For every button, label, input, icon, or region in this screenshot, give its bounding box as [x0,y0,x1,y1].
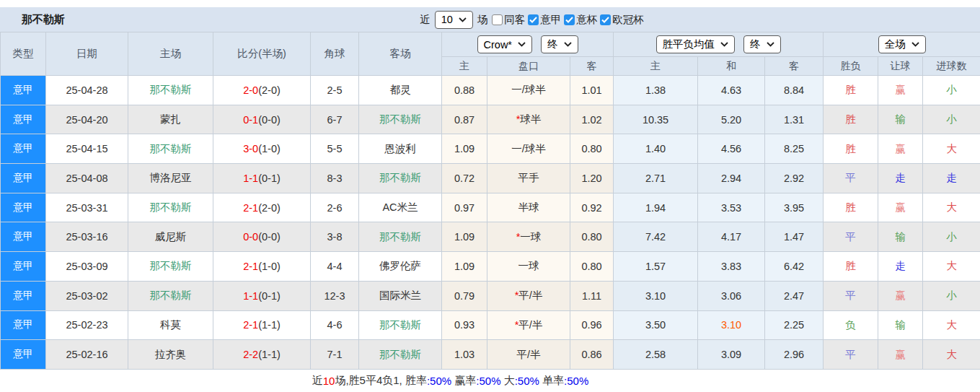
result-cell: 平 [824,164,878,193]
result-cell: 胜 [824,193,878,222]
handicap-away-odds: 0.80 [570,252,614,282]
europe-time-select[interactable]: 终 [743,35,781,53]
subheader-goals-result: 进球数 [923,57,980,76]
match-score: 0-0(0-0) [213,222,311,252]
handicap-away-odds: 1.01 [570,76,614,105]
chevron-down-icon [767,42,774,47]
avg-draw-odds: 4.56 [698,134,765,164]
europe-type-select[interactable]: 胜平负均值 [656,35,736,53]
handicap-result-cell: 输 [878,310,923,340]
league-badge: 意甲 [1,134,46,164]
goals-result-cell: 小 [923,222,980,252]
checked-checkbox[interactable] [600,14,611,25]
match-row: 意甲25-04-08博洛尼亚1-1(0-1)8-3那不勒斯0.72平手1.202… [1,164,980,193]
away-team[interactable]: 那不勒斯 [359,310,442,340]
away-team[interactable]: 国际米兰 [359,281,442,310]
chevron-down-icon [459,17,467,22]
avg-away-odds: 2.96 [765,340,824,370]
handicap-line: 平手 [487,164,570,193]
handicap-line: *平/半 [487,281,570,310]
handicap-result-cell: 赢 [878,193,923,222]
away-team[interactable]: 佛罗伦萨 [359,252,442,282]
league-badge: 意甲 [1,105,46,134]
result-cell: 平 [824,222,878,252]
star-marker: * [515,289,519,301]
fulltime-score: 2-2 [243,349,258,360]
unchecked-checkbox[interactable] [492,14,503,25]
home-team[interactable]: 科莫 [128,310,213,340]
col-header-away: 客场 [359,32,442,76]
filter-label: 意杯 [576,13,597,27]
halftime-score: (1-1) [258,349,281,360]
corner-score: 12-3 [311,281,359,310]
league-badge: 意甲 [1,193,46,222]
fulltime-score: 2-1 [243,261,258,272]
league-badge: 意甲 [1,164,46,193]
summary-text-part: 场,胜5平4负1, [335,374,405,388]
halftime-score: (2-0) [258,84,281,96]
result-cell: 负 [824,310,878,340]
avg-home-odds: 1.57 [614,252,698,282]
recent-count-value: 10 [441,14,453,25]
home-team[interactable]: 那不勒斯 [128,76,213,105]
match-score: 1-1(0-1) [213,281,311,310]
matches-label: 场 [477,13,488,27]
subheader-ah-home: 主 [442,57,487,76]
match-date: 25-02-16 [46,340,128,370]
away-team[interactable]: 那不勒斯 [359,105,442,134]
away-team[interactable]: 那不勒斯 [359,164,442,193]
handicap-line: 一球 [487,252,570,282]
summary-text-part: 胜率 [405,374,427,388]
avg-draw-odds: 4.63 [698,76,765,105]
away-team[interactable]: 那不勒斯 [359,222,442,252]
handicap-away-odds: 0.80 [570,134,614,164]
halftime-score: (0-0) [258,231,281,243]
avg-away-odds: 1.31 [765,105,824,134]
away-team[interactable]: AC米兰 [359,193,442,222]
match-row: 意甲25-03-31那不勒斯2-1(2-0)2-6AC米兰0.97半球0.921… [1,193,980,222]
avg-away-odds: 6.42 [765,252,824,282]
match-date: 25-04-08 [46,164,128,193]
avg-draw-odds: 3.53 [698,193,765,222]
checked-checkbox[interactable] [564,14,575,25]
fulltime-score: 1-1 [243,290,258,302]
filter-item-意杯: 意杯 [564,13,597,27]
match-score: 2-1(1-0) [213,252,311,282]
col-header-corner: 角球 [311,32,359,76]
star-marker: * [516,231,521,243]
home-team[interactable]: 威尼斯 [128,222,213,252]
avg-draw-odds: 4.17 [698,222,765,252]
handicap-line: 一/球半 [487,76,570,105]
checked-checkbox[interactable] [528,14,539,25]
home-team[interactable]: 那不勒斯 [128,281,213,310]
home-team[interactable]: 那不勒斯 [128,193,213,222]
away-team[interactable]: 那不勒斯 [359,340,442,370]
avg-home-odds: 3.50 [614,310,698,340]
europe-odds-group-header: 胜平负均值 终 [614,32,824,57]
handicap-line: 一/球半 [487,134,570,164]
check-icon [565,17,573,23]
full-half-select[interactable]: 全场 [878,35,926,53]
fulltime-score: 0-0 [243,231,258,243]
goals-result-cell: 小 [923,76,980,105]
home-team[interactable]: 那不勒斯 [128,252,213,282]
avg-away-odds: 2.92 [765,164,824,193]
home-team[interactable]: 博洛尼亚 [128,164,213,193]
away-team[interactable]: 恩波利 [359,134,442,164]
chevron-down-icon [564,42,572,47]
filter-label: 欧冠杯 [612,13,644,27]
match-score: 2-2(1-1) [213,340,311,370]
avg-draw-odds: 2.94 [698,164,765,193]
recent-count-select[interactable]: 10 [435,11,473,29]
away-team[interactable]: 都灵 [359,76,442,105]
home-team[interactable]: 拉齐奥 [128,340,213,370]
handicap-result-cell: 赢 [878,340,923,370]
home-team[interactable]: 蒙扎 [128,105,213,134]
home-team[interactable]: 那不勒斯 [128,134,213,164]
filter-label: 意甲 [540,13,561,27]
handicap-time-select[interactable]: 终 [541,35,578,53]
odds-company-select[interactable]: Crow* [477,35,532,53]
match-date: 25-04-28 [46,76,128,105]
result-cell: 胜 [824,76,878,105]
fulltime-score: 3-0 [243,143,258,154]
